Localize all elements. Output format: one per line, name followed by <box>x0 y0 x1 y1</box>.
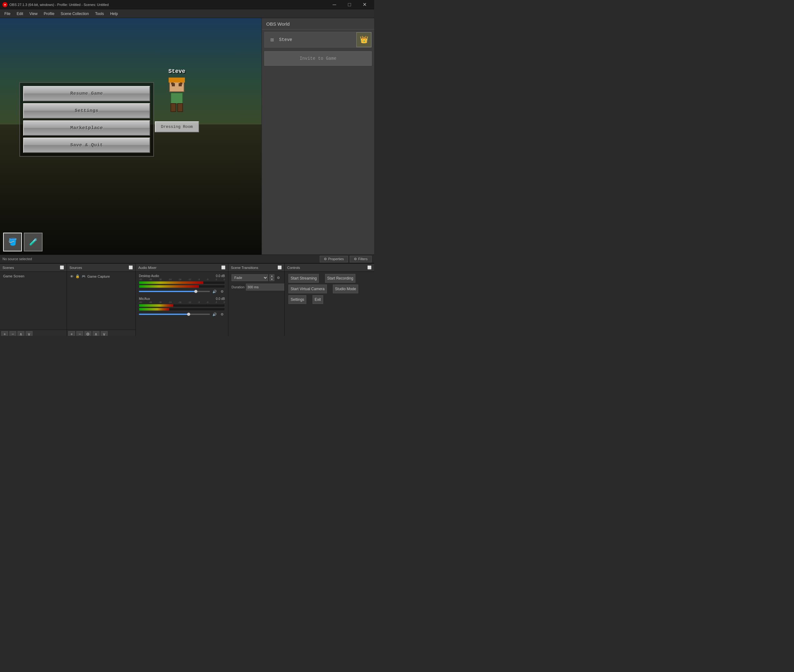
dressing-room-button[interactable]: Dressing Room <box>155 121 199 132</box>
menu-help[interactable]: Help <box>107 10 121 17</box>
desktop-audio-meter <box>139 281 225 284</box>
desktop-volume-fill <box>139 291 196 292</box>
game-viewport: Resume Game Settings Marketplace Save & … <box>0 18 261 254</box>
settings-button-controls[interactable]: Settings <box>289 295 306 304</box>
sources-title: Sources <box>69 266 82 270</box>
duration-row: Duration ▲ ▼ <box>229 282 283 292</box>
game-icon-potion[interactable]: 🧪 <box>24 233 43 251</box>
sources-header: Sources ⬜ <box>67 264 135 272</box>
desktop-audio-header: Desktop Audio 0.0 dB <box>139 274 225 278</box>
transition-settings-button[interactable]: ⚙ <box>276 275 281 280</box>
menu-file[interactable]: File <box>1 10 13 17</box>
steve-left-leg <box>170 103 176 112</box>
eye-icon[interactable]: 👁 <box>70 275 74 278</box>
desktop-mute-button[interactable]: 🔊 <box>212 289 217 294</box>
scenes-add-button[interactable]: + <box>1 331 8 336</box>
menu-view[interactable]: View <box>26 10 41 17</box>
controls-title: Controls <box>287 266 300 270</box>
scene-transitions-title: Scene Transitions <box>231 266 258 270</box>
sources-up-button[interactable]: ∧ <box>93 331 99 336</box>
desktop-volume-thumb <box>194 290 197 293</box>
main-area: Resume Game Settings Marketplace Save & … <box>0 18 374 254</box>
crown-icon[interactable]: 👑 <box>356 32 371 47</box>
mic-aux-db: 0.0 dB <box>216 297 225 301</box>
source-item-game-capture[interactable]: 👁 🔒 🎮 Game Capture <box>68 273 134 280</box>
mic-mute-button[interactable]: 🔊 <box>212 312 217 317</box>
potion-icon: 🧪 <box>29 238 37 246</box>
no-source-label: No source selected <box>3 257 318 261</box>
controls-content: Start Streaming Start Recording Start Vi… <box>285 272 374 336</box>
audio-channels: Desktop Audio 0.0 dB -60-48-36-24-18-12-… <box>136 272 228 336</box>
transition-arrows: ▲ ▼ <box>269 274 274 281</box>
start-streaming-button[interactable]: Start Streaming <box>289 274 319 283</box>
settings-button[interactable]: Settings <box>23 103 150 118</box>
titlebar-title: OBS 27.1.3 (64-bit, windows) - Profile: … <box>10 3 109 6</box>
menu-scene-collection[interactable]: Scene Collection <box>58 10 92 17</box>
mic-audio-settings-button[interactable]: ⚙ <box>219 312 225 317</box>
desktop-audio-label: Desktop Audio <box>139 274 159 278</box>
desktop-audio-bar <box>139 282 203 284</box>
save-quit-button[interactable]: Save & Quit <box>23 138 150 153</box>
menu-tools[interactable]: Tools <box>92 10 107 17</box>
sources-add-button[interactable]: + <box>68 331 75 336</box>
properties-tab[interactable]: ⚙ Properties <box>320 256 348 262</box>
resume-game-button[interactable]: Resume Game <box>23 86 150 101</box>
game-icon-bucket[interactable]: 🪣 <box>3 233 22 251</box>
desktop-audio-db: 0.0 dB <box>216 274 225 278</box>
filters-tab[interactable]: ⚙ Filters <box>350 256 372 262</box>
maximize-button[interactable]: □ <box>342 0 357 10</box>
marketplace-button[interactable]: Marketplace <box>23 120 150 136</box>
scenes-list: Game Screen <box>0 272 67 330</box>
desktop-audio-settings-button[interactable]: ⚙ <box>219 289 225 294</box>
lock-icon[interactable]: 🔒 <box>75 274 80 278</box>
transition-up-button[interactable]: ▲ <box>269 274 274 278</box>
transition-down-button[interactable]: ▼ <box>269 278 274 281</box>
transitions-expand-icon: ⬜ <box>277 266 282 270</box>
menu-profile[interactable]: Profile <box>41 10 58 17</box>
sources-down-button[interactable]: ∨ <box>101 331 107 336</box>
steve-name-label: Steve <box>168 68 185 74</box>
studio-mode-button[interactable]: Studio Mode <box>333 285 358 293</box>
sources-panel: Sources ⬜ 👁 🔒 🎮 Game Capture + − ⚙ ∧ ∨ <box>67 264 136 336</box>
properties-gear-icon: ⚙ <box>324 257 327 261</box>
obs-world-title: OBS World <box>262 18 374 29</box>
obs-icon: ● <box>3 2 8 7</box>
scenes-up-button[interactable]: ∧ <box>18 331 24 336</box>
scene-item-game-screen[interactable]: Game Screen <box>1 273 66 279</box>
steve-body <box>170 93 183 104</box>
scenes-panel: Scenes ⬜ Game Screen + − ∧ ∨ <box>0 264 67 336</box>
transitions-content: Fade Cut Swipe ▲ ▼ ⚙ Duration ▲ ▼ <box>228 272 284 336</box>
transition-select[interactable]: Fade Cut Swipe <box>231 274 268 281</box>
scenes-remove-button[interactable]: − <box>10 331 16 336</box>
steve-character <box>164 78 189 115</box>
invite-to-game-button[interactable]: Invite to Game <box>265 51 372 66</box>
duration-input[interactable] <box>246 284 284 291</box>
start-recording-button[interactable]: Start Recording <box>325 274 355 283</box>
desktop-volume-slider[interactable] <box>139 291 210 292</box>
exit-button[interactable]: Exit <box>313 295 323 304</box>
titlebar-controls[interactable]: ─ □ ✕ <box>327 0 372 10</box>
scenes-expand-icon: ⬜ <box>60 266 64 270</box>
transition-row: Fade Cut Swipe ▲ ▼ ⚙ <box>229 273 283 282</box>
mic-aux-meter <box>139 304 225 307</box>
obs-world-panel: OBS World ⊞ Steve 👑 Invite to Game <box>261 18 374 254</box>
audio-mixer-title: Audio Mixer <box>138 266 156 270</box>
controls-panel: Controls ⬜ Start Streaming Start Recordi… <box>285 264 374 336</box>
close-button[interactable]: ✕ <box>357 0 372 10</box>
sources-settings-button[interactable]: ⚙ <box>85 331 91 336</box>
minimize-button[interactable]: ─ <box>327 0 342 10</box>
mic-aux-label: Mic/Aux <box>139 297 150 301</box>
scenes-down-button[interactable]: ∨ <box>26 331 32 336</box>
pause-menu: Resume Game Settings Marketplace Save & … <box>19 82 154 157</box>
mic-aux-bar <box>139 304 173 307</box>
bucket-icon: 🪣 <box>8 238 17 246</box>
obs-player-row: ⊞ Steve 👑 <box>265 32 372 48</box>
scenes-header: Scenes ⬜ <box>0 264 67 272</box>
mic-volume-slider[interactable] <box>139 314 210 315</box>
desktop-audio-meter2 <box>139 285 225 288</box>
sources-remove-button[interactable]: − <box>76 331 83 336</box>
start-virtual-camera-button[interactable]: Start Virtual Camera <box>289 285 327 293</box>
meter-labels-desktop: -60-48-36-24-18-12-9-6-30 <box>139 278 225 280</box>
menu-edit[interactable]: Edit <box>13 10 26 17</box>
scenes-title: Scenes <box>3 266 14 270</box>
